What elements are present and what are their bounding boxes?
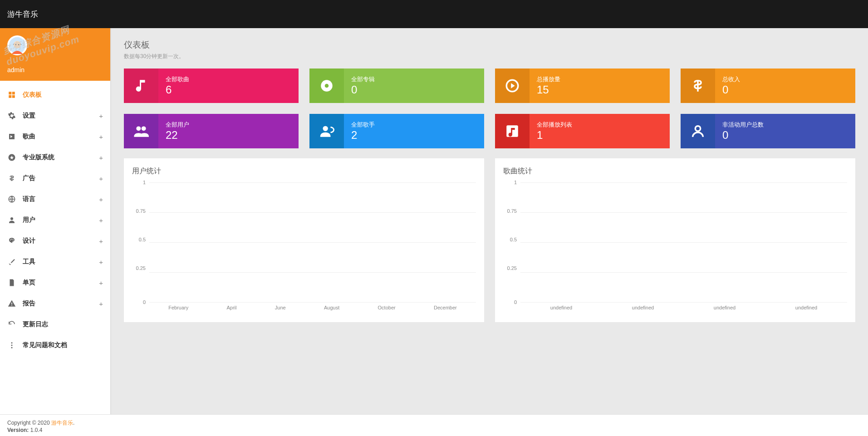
sidebar-item-label: 单页	[23, 279, 99, 287]
svg-point-15	[11, 345, 13, 346]
stat-card-3[interactable]: 总收入0	[681, 69, 855, 103]
y-tick: 0	[132, 299, 148, 305]
warning-icon	[7, 299, 16, 308]
wrench-icon	[7, 257, 16, 266]
svg-point-2	[15, 44, 16, 45]
stat-card-0[interactable]: 全部歌曲6	[124, 69, 299, 103]
sidebar-item-2[interactable]: 歌曲+	[0, 126, 110, 147]
x-tick: February	[168, 305, 188, 314]
stat-card-5[interactable]: 全部歌手2	[309, 114, 484, 148]
copyright-link[interactable]: 游牛音乐	[51, 420, 73, 426]
stat-card-4[interactable]: 全部用户22	[124, 114, 299, 148]
stat-card-label: 总播放量	[537, 75, 662, 83]
version-value: 1.0.4	[30, 427, 43, 433]
user-name[interactable]: admin	[7, 66, 103, 73]
sidebar-item-11[interactable]: 更新日志	[0, 314, 110, 335]
stat-card-label: 全部歌曲	[166, 75, 291, 83]
sidebar-item-label: 专业版系统	[23, 153, 99, 162]
x-tick: undefined	[714, 305, 736, 314]
sidebar-item-0[interactable]: 仪表板	[0, 84, 110, 105]
content: 仪表板 数据每30分钟更新一次。 全部歌曲6全部专辑0总播放量15总收入0全部用…	[111, 28, 868, 414]
stat-card-label: 总收入	[722, 75, 848, 83]
stat-card-label: 全部歌手	[351, 121, 477, 129]
x-tick: October	[378, 305, 396, 314]
expand-icon: +	[99, 300, 103, 308]
sidebar-item-label: 设置	[23, 112, 99, 120]
svg-rect-6	[9, 95, 11, 98]
footer: Copyright © 2020 游牛音乐. Version: 1.0.4	[0, 414, 868, 436]
play-circle-icon	[495, 69, 530, 103]
stat-card-1[interactable]: 全部专辑0	[309, 69, 484, 103]
stat-card-value: 15	[537, 83, 662, 96]
person-outline-icon	[681, 114, 715, 148]
dollar-icon	[7, 174, 16, 183]
sidebar-item-9[interactable]: 单页+	[0, 272, 110, 293]
stat-card-6[interactable]: 全部播放列表1	[495, 114, 670, 148]
stat-card-value: 6	[166, 83, 291, 96]
x-tick: undefined	[632, 305, 654, 314]
playlist-icon	[495, 114, 530, 148]
sidebar-item-label: 仪表板	[23, 91, 103, 99]
y-tick: 0	[503, 299, 520, 305]
stat-card-body: 总播放量15	[530, 69, 670, 103]
gear-icon	[7, 111, 16, 120]
svg-point-22	[323, 126, 328, 131]
stat-card-label: 全部播放列表	[537, 121, 662, 129]
stat-card-value: 0	[722, 83, 848, 96]
users-icon	[124, 114, 158, 148]
chart-songs-title: 歌曲统计	[503, 167, 847, 176]
sidebar-item-7[interactable]: 设计+	[0, 230, 110, 251]
stat-card-value: 22	[166, 129, 291, 142]
expand-icon: +	[99, 133, 103, 141]
stat-card-label: 非活动用户总数	[722, 121, 848, 129]
sidebar-item-8[interactable]: 工具+	[0, 251, 110, 272]
y-tick: 0.5	[132, 237, 148, 242]
x-tick: August	[324, 305, 339, 314]
stat-card-value: 2	[351, 129, 477, 142]
y-tick: 0.25	[503, 265, 520, 271]
sidebar-item-label: 语言	[23, 195, 99, 203]
sidebar-item-label: 常见问题和文档	[23, 341, 103, 349]
y-tick: 0.75	[132, 208, 148, 214]
user-block: admin	[0, 28, 110, 81]
page-icon	[7, 278, 16, 287]
svg-point-18	[325, 84, 329, 88]
sidebar-item-4[interactable]: 广告+	[0, 168, 110, 189]
sidebar-item-3[interactable]: 专业版系统+	[0, 147, 110, 168]
copyright-suffix: .	[73, 420, 74, 426]
sidebar-item-6[interactable]: 用户+	[0, 210, 110, 230]
stat-card-value: 0	[722, 129, 848, 142]
topbar: 游牛音乐	[0, 0, 868, 28]
stat-card-body: 总收入0	[715, 69, 855, 103]
music-library-icon	[7, 132, 16, 141]
sidebar: 多有综合资源网 duoyouvip.com admin 仪表板设置+歌曲+专业版…	[0, 28, 111, 414]
sidebar-item-5[interactable]: 语言+	[0, 189, 110, 210]
user-icon	[7, 216, 16, 225]
page-title: 仪表板	[124, 39, 855, 51]
y-tick: 0.5	[503, 237, 520, 242]
svg-point-1	[14, 41, 21, 49]
copyright-prefix: Copyright © 2020	[7, 420, 51, 426]
stat-card-body: 非活动用户总数0	[715, 114, 855, 148]
svg-rect-5	[12, 92, 15, 94]
y-tick: 1	[503, 180, 520, 185]
expand-icon: +	[99, 216, 103, 224]
svg-point-16	[11, 347, 13, 348]
expand-icon: +	[99, 196, 103, 203]
stat-card-7[interactable]: 非活动用户总数0	[681, 114, 855, 148]
svg-point-13	[13, 240, 14, 240]
sidebar-item-1[interactable]: 设置+	[0, 105, 110, 126]
avatar[interactable]	[7, 35, 27, 55]
stat-card-label: 全部专辑	[351, 75, 477, 83]
x-tick: undefined	[550, 305, 572, 314]
chart-users-title: 用户统计	[132, 167, 476, 176]
x-tick: undefined	[795, 305, 817, 314]
expand-icon: +	[99, 279, 103, 287]
stat-card-2[interactable]: 总播放量15	[495, 69, 670, 103]
sidebar-item-10[interactable]: 报告+	[0, 293, 110, 314]
sidebar-item-12[interactable]: 常见问题和文档	[0, 335, 110, 356]
music-note-icon	[124, 69, 158, 103]
svg-point-10	[10, 217, 13, 220]
expand-icon: +	[99, 237, 103, 245]
chart-songs: 歌曲统计 10.750.50.250undefinedundefinedunde…	[495, 158, 855, 322]
